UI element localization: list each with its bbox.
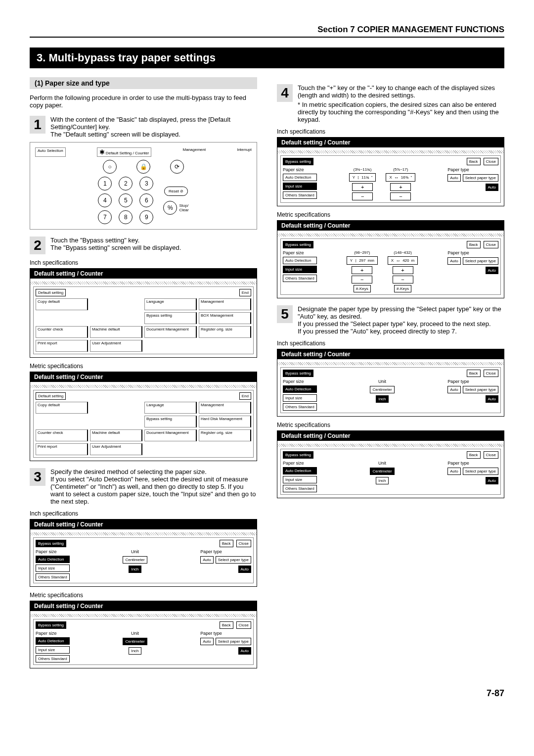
bypass-tab: Bypass setting [283, 158, 313, 165]
plus-button: + [352, 266, 372, 274]
caption-inch: Inch specifications [30, 259, 257, 266]
back-button: Back [467, 370, 481, 377]
back-button: Back [220, 540, 233, 547]
auto-button: Auto [447, 257, 460, 265]
key-9: 9 [139, 210, 153, 224]
select-paper-type-button: Select paper type [463, 468, 498, 475]
size-panel-metric: Default setting / Counter Bypass setting… [277, 220, 504, 298]
size-panel-inch: Default setting / Counter Bypass setting… [277, 137, 504, 206]
caption-metric: Metric specifications [277, 422, 504, 428]
inch-button: Inch [376, 395, 388, 403]
bypass-panel-inch-s3: Default setting / Counter Bypass setting… [30, 519, 257, 587]
auto-indicator: Auto [486, 267, 498, 274]
auto-detection-tab: Auto Detection [36, 556, 70, 563]
minus-button: − [390, 192, 411, 200]
others-tab: Others Standard [283, 485, 317, 492]
paper-type-label: Paper type [447, 250, 498, 255]
auto-button: Auto [447, 174, 460, 182]
key-8: 8 [119, 210, 133, 224]
others-tab: Others Standard [36, 573, 70, 581]
bypass-tab: Bypass setting [283, 241, 313, 248]
x-value-box: X ↔ 16⅜ " [386, 173, 415, 182]
auto-detection-tab: Auto Detection [283, 257, 317, 264]
paper-size-label: Paper size [283, 250, 317, 255]
input-size-tab: Input size [283, 183, 317, 190]
plus-button: + [393, 266, 413, 274]
close-button: Close [484, 451, 498, 459]
key-4: 4 [98, 193, 112, 207]
percent-key: % [163, 201, 177, 215]
key-7: 7 [98, 210, 112, 224]
panel-title: Default setting / Counter [30, 372, 257, 382]
others-tab: Others Standard [283, 403, 317, 411]
auto-indicator: Auto [486, 395, 498, 403]
caption-metric: Metric specifications [277, 211, 504, 218]
caption-metric: Metric specifications [30, 363, 257, 370]
step-4-text: Touch the "+" key or the "-" key to chan… [298, 84, 504, 99]
plus-button: + [390, 183, 411, 191]
interrupt-icon: ⟳ [170, 160, 184, 174]
auto-indicator: Auto [238, 566, 251, 573]
paper-size-label: Paper size [283, 461, 317, 466]
close-button: Close [484, 158, 498, 165]
right-column: 4 Touch the "+" key or the "-" key to ch… [277, 77, 504, 673]
input-size-tab: Input size [36, 646, 70, 654]
auto-detection-tab: Auto Detection [36, 637, 70, 645]
auto-button: Auto [447, 468, 460, 475]
bypass-panel-metric-s5: Default setting / Counter Bypass setting… [277, 430, 504, 498]
subheading: (1) Paper size and type [30, 77, 257, 89]
centimeter-button: Centimeter [123, 638, 147, 645]
x-value-box: X ↔ 420 m [388, 256, 418, 265]
page-number: 7-87 [30, 688, 504, 699]
input-size-tab: Input size [283, 266, 317, 273]
auto-indicator: Auto [238, 647, 251, 655]
back-button: Back [467, 158, 481, 165]
plus-button: + [352, 183, 373, 191]
bypass-tab: Bypass setting [36, 540, 66, 547]
close-button: Close [484, 241, 498, 248]
bypass-panel-metric-s3: Default setting / Counter Bypass setting… [30, 601, 257, 668]
key-3: 3 [139, 177, 153, 190]
step-number-5: 5 [277, 305, 293, 323]
end-button: End [239, 289, 251, 296]
end-button: End [239, 392, 251, 400]
y-value-box: Y ↕ 297 mm [347, 256, 378, 265]
inch-button: Inch [129, 647, 141, 655]
x-range-label: (148~432) [394, 250, 412, 255]
settings-panel-inch: Default setting / Counter Default settin… [30, 268, 257, 358]
key-1: 1 [98, 177, 112, 190]
step-1-text: With the content of the "Basic" tab disp… [50, 116, 257, 138]
paper-size-label: Paper size [283, 167, 317, 172]
auto-detection-tab: Auto Detection [283, 174, 317, 181]
paper-size-label: Paper size [36, 549, 70, 554]
select-paper-type-button: Select paper type [463, 257, 498, 265]
back-button: Back [467, 451, 481, 459]
inch-button: Inch [376, 477, 388, 484]
paper-type-label: Paper type [447, 461, 498, 466]
bypass-tab: Bypass setting [283, 451, 313, 459]
step-4-note: * In metric specification copiers, the d… [298, 101, 504, 123]
step-number-1: 1 [30, 116, 45, 134]
default-setting-tab: Default setting [36, 392, 66, 400]
others-tab: Others Standard [36, 655, 70, 662]
key-6: 6 [139, 193, 153, 207]
input-size-tab: Input size [283, 394, 317, 402]
page-title: 3. Multi-bypass tray paper settings [30, 47, 504, 68]
x-range-label: (5⅞~17) [393, 167, 408, 172]
section-header: Section 7 COPIER MANAGEMENT FUNCTIONS [30, 25, 504, 38]
select-paper-type-button: Select paper type [463, 174, 498, 182]
others-tab: Others Standard [283, 191, 317, 199]
hash-keys-button: #-Keys [394, 285, 411, 292]
paper-type-label: Paper type [447, 167, 498, 172]
input-size-tab: Input size [283, 476, 317, 483]
step-3-text: Specify the desired method of selecting … [50, 468, 257, 505]
inch-button: Inch [129, 566, 141, 573]
select-paper-type-button: Select paper type [216, 638, 251, 645]
unit-label: Unit [378, 379, 386, 384]
auto-button: Auto [447, 386, 460, 393]
auto-indicator: Auto [486, 184, 498, 191]
key-2: 2 [119, 177, 133, 190]
paper-type-label: Paper type [447, 379, 498, 384]
step-number-4: 4 [277, 84, 293, 102]
centimeter-button: Centimeter [370, 468, 394, 475]
